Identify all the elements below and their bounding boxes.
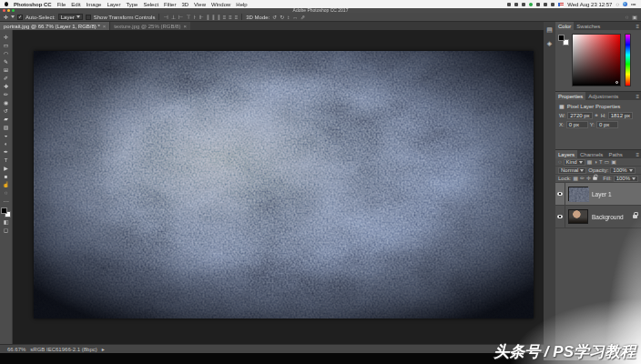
foreground-color-chip[interactable] — [558, 35, 565, 41]
screen-mode-button[interactable]: ◻ — [1, 227, 12, 234]
blur-tool[interactable]: ◒ — [1, 132, 12, 139]
tab-adjustments[interactable]: Adjustments — [585, 92, 621, 100]
layer-visibility-cell[interactable] — [555, 183, 565, 205]
input-source-flag-icon[interactable] — [558, 3, 564, 6]
lock-position-icon[interactable]: ✛ — [586, 176, 591, 181]
collapsed-panel-icon-2[interactable]: ◈ — [547, 40, 552, 46]
menu-file[interactable]: File — [57, 2, 66, 7]
status-options-chevron-icon[interactable]: ▸ — [102, 346, 105, 352]
x-field[interactable]: 0 px — [566, 121, 588, 128]
menu-layer[interactable]: Layer — [107, 2, 120, 7]
fill-dropdown[interactable]: 100% — [614, 176, 638, 182]
quick-selection-tool[interactable]: ✎ — [1, 58, 12, 66]
filter-type-layers-icon[interactable]: T — [599, 159, 603, 165]
align-vertical-centers-icon[interactable]: ⊦ — [193, 15, 196, 20]
path-selection-tool[interactable]: ▶ — [1, 165, 12, 172]
align-top-edges-icon[interactable]: ⊤ — [186, 15, 190, 20]
spotlight-icon[interactable]: ◌ — [616, 2, 619, 7]
clone-stamp-tool[interactable]: ◉ — [1, 99, 12, 106]
type-tool[interactable]: T — [1, 157, 12, 164]
align-right-edges-icon[interactable]: ⊢ — [178, 15, 183, 20]
panel-menu-icon[interactable]: ≡ — [634, 92, 641, 100]
menu-3d[interactable]: 3D — [181, 2, 188, 7]
tab-texture-document[interactable]: texture.jpg @ 25% (RGB/8) × — [109, 22, 190, 30]
distribute-right-icon[interactable]: ∥ — [218, 15, 220, 20]
tab-swatches[interactable]: Swatches — [574, 22, 603, 30]
move-tool[interactable]: ✛ — [1, 34, 12, 41]
menu-image[interactable]: Image — [86, 2, 102, 7]
tab-portrait-document[interactable]: portrait.jpg @ 66.7% (Layer 1, RGB/8) * … — [0, 22, 109, 30]
background-thumbnail[interactable] — [568, 209, 588, 224]
crop-tool[interactable]: ⊞ — [1, 66, 12, 74]
menu-select[interactable]: Select — [143, 2, 158, 7]
auto-select-target-dropdown[interactable]: Layer — [58, 14, 83, 20]
menu-status-icon[interactable] — [544, 3, 547, 6]
3d-roll-icon[interactable]: ↻ — [280, 15, 284, 20]
link-dimensions-icon[interactable]: ⚭ — [595, 113, 599, 118]
blend-mode-dropdown[interactable]: Normal — [558, 167, 586, 174]
collapsed-panel-icon-1[interactable]: ▤ — [546, 26, 553, 33]
layer-name[interactable]: Layer 1 — [592, 191, 612, 197]
align-bottom-edges-icon[interactable]: ⊩ — [199, 15, 204, 20]
hue-slider[interactable] — [625, 34, 631, 86]
opacity-dropdown[interactable]: 100% — [610, 167, 635, 174]
lasso-tool[interactable]: ◠ — [1, 50, 12, 57]
tab-properties[interactable]: Properties — [555, 92, 585, 100]
history-brush-tool[interactable]: ↺ — [1, 107, 12, 115]
align-left-edges-icon[interactable]: ⊣ — [163, 15, 168, 20]
distribute-center-icon[interactable]: ∥ — [212, 15, 215, 20]
filter-pixel-layers-icon[interactable]: ▦ — [587, 159, 593, 165]
close-tab-icon[interactable]: × — [103, 24, 107, 29]
pen-tool[interactable]: ✒ — [1, 148, 12, 156]
distribute-bottom-icon[interactable]: ≡ — [235, 15, 239, 20]
menu-window[interactable]: Window — [211, 2, 230, 7]
lock-all-icon[interactable] — [593, 177, 597, 180]
3d-rotate-icon[interactable]: ↺ — [272, 15, 277, 20]
menu-view[interactable]: View — [194, 2, 206, 7]
layer-row-background[interactable]: Background — [555, 206, 641, 228]
panel-menu-icon[interactable]: ≡ — [634, 22, 641, 30]
lock-pixels-icon[interactable]: ✏ — [580, 176, 585, 181]
menu-status-icon[interactable] — [551, 3, 555, 6]
dodge-tool[interactable]: ◐ — [1, 140, 12, 147]
menu-status-icon[interactable] — [507, 3, 511, 6]
lock-transparency-icon[interactable]: ▦ — [573, 176, 578, 181]
layer1-thumbnail[interactable] — [568, 187, 588, 201]
3d-drag-icon[interactable]: ↕ — [287, 15, 290, 20]
filter-kind-dropdown[interactable]: Kind — [564, 159, 585, 166]
3d-scale-icon[interactable]: ⇗ — [300, 15, 305, 20]
search-icon[interactable]: ◌ — [626, 15, 629, 20]
move-tool-icon[interactable]: ✛ — [4, 15, 8, 20]
rectangular-marquee-tool[interactable]: ▭ — [1, 42, 12, 49]
distribute-middle-icon[interactable]: ≡ — [229, 15, 232, 20]
align-horizontal-centers-icon[interactable]: ⊥ — [171, 15, 176, 20]
distribute-top-icon[interactable]: ≡ — [223, 15, 227, 20]
spot-healing-brush-tool[interactable]: ✚ — [1, 83, 12, 90]
tab-channels[interactable]: Channels — [577, 150, 605, 158]
close-tab-icon[interactable]: × — [183, 24, 187, 29]
quick-mask-mode-button[interactable]: ◧ — [1, 218, 12, 226]
menu-filter[interactable]: Filter — [164, 2, 176, 7]
layer-visibility-cell[interactable] — [555, 206, 565, 228]
show-transform-controls-checkbox[interactable] — [86, 15, 91, 20]
menu-help[interactable]: Help — [236, 2, 247, 7]
menu-app-name[interactable]: Photoshop CC — [14, 2, 52, 7]
filter-shape-layers-icon[interactable]: ▭ — [605, 159, 610, 165]
tab-paths[interactable]: Paths — [605, 150, 625, 158]
menu-status-green-icon[interactable] — [529, 3, 533, 6]
canvas-image[interactable] — [34, 51, 534, 318]
foreground-color-chip[interactable] — [1, 207, 7, 214]
filter-smart-objects-icon[interactable]: ▣ — [611, 159, 616, 165]
tab-color[interactable]: Color — [555, 22, 574, 30]
siri-icon[interactable] — [623, 2, 627, 6]
width-field[interactable]: 2720 px — [567, 112, 592, 119]
3d-slide-icon[interactable]: ↔ — [292, 15, 298, 20]
brush-tool[interactable]: ✏ — [1, 91, 12, 98]
auto-select-checkbox[interactable]: ✓ — [17, 15, 23, 20]
apple-menu-icon[interactable] — [5, 2, 8, 6]
notification-center-icon[interactable]: ≔ — [631, 2, 636, 7]
layer-name[interactable]: Background — [592, 214, 624, 220]
foreground-background-colors[interactable] — [1, 207, 11, 217]
menu-status-icon[interactable] — [536, 3, 540, 6]
layer-row-layer1[interactable]: Layer 1 — [555, 183, 641, 206]
